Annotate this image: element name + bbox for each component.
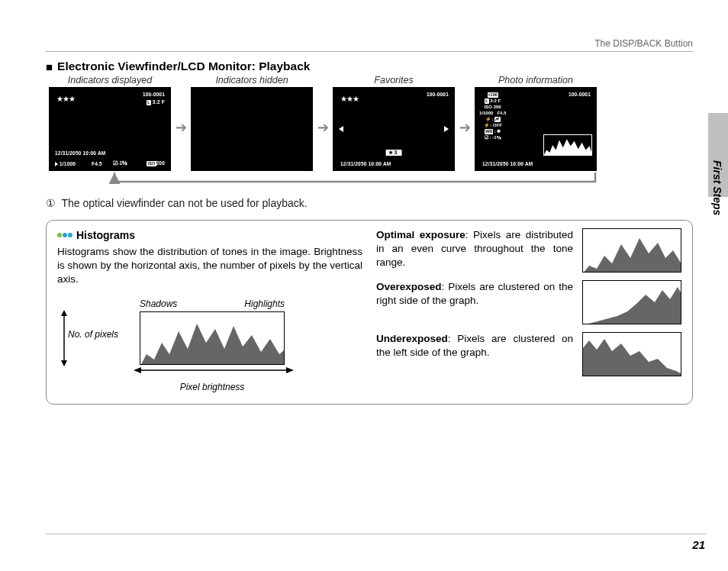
histogram-underexposed	[582, 332, 681, 376]
histogram-overexposed	[582, 280, 681, 324]
histogram-main	[140, 311, 285, 365]
size-ratio: L 3:2 F	[147, 99, 165, 105]
exposure-optimal: Optimal exposure: Pixels are distributed…	[376, 228, 681, 273]
mode-label: Indicators displayed	[49, 75, 171, 85]
svg-marker-2	[61, 310, 67, 316]
info-bar: 12/31/2050 10:00 AM	[336, 159, 452, 168]
screen-indicators-displayed: ★★★ 100-0001 L 3:2 F 12/31/2050 10:00 AM…	[49, 87, 171, 171]
screen-indicators-hidden	[191, 87, 313, 171]
nav-right-icon	[444, 126, 449, 132]
frame-number: 100-0001	[569, 92, 591, 97]
histograms-heading: Histograms	[57, 228, 362, 243]
svg-marker-9	[583, 287, 681, 324]
svg-marker-8	[583, 238, 681, 273]
svg-marker-3	[61, 360, 67, 366]
svg-marker-0	[544, 139, 591, 155]
section-title-text: Electronic Viewfinder/LCD Monitor: Playb…	[57, 60, 310, 73]
arrow-right-icon: ➔	[313, 75, 333, 136]
playback-note: ① The optical viewfinder can not be used…	[46, 197, 693, 209]
frame-number: 100-0001	[427, 92, 449, 97]
heading-bullets-icon	[57, 233, 72, 237]
mode-label: Favorites	[333, 75, 455, 85]
arrow-right-icon: ➔	[171, 75, 191, 136]
y-axis-arrow-icon	[59, 310, 69, 366]
histograms-intro: Histograms show the distribution of tone…	[57, 245, 362, 287]
rating-stars: ★★★	[56, 95, 75, 103]
svg-marker-7	[286, 367, 294, 373]
screen-favorites: ★★★ 100-0001 ★ 3 12/31/2050 10:00 AM	[333, 87, 455, 171]
nav-left-icon	[339, 126, 343, 132]
exposure-over: Overexposed: Pixels are clustered on the…	[376, 280, 681, 324]
svg-marker-4	[140, 324, 285, 365]
page-number: 21	[692, 538, 705, 551]
favorites-badge: ★ 3	[386, 150, 402, 156]
svg-marker-6	[134, 367, 141, 373]
shadows-label: Shadows	[140, 298, 177, 310]
frame-number: 100-0001	[143, 92, 165, 97]
square-bullet-icon: ■	[46, 60, 53, 73]
mini-histogram	[543, 134, 592, 156]
info-bar: 12/31/2050 10:00 AM	[478, 159, 594, 168]
exposure-under: Underexposed: Pixels are clustered on th…	[376, 332, 681, 376]
datetime: 12/31/2050 10:00 AM	[55, 150, 105, 156]
running-head: The DISP/BACK Buttion	[46, 38, 693, 52]
histograms-callout: Histograms Histograms show the distribut…	[46, 220, 693, 405]
section-title: ■ Electronic Viewfinder/LCD Monitor: Pla…	[46, 60, 693, 73]
highlights-label: Highlights	[244, 298, 285, 310]
mode-label: Indicators hidden	[191, 75, 313, 85]
footer-rule	[46, 534, 707, 534]
arrow-right-icon: ➔	[455, 75, 475, 136]
caution-icon: ①	[46, 197, 56, 209]
histogram-diagram: No. of pixels Shadows Highlights	[57, 298, 362, 394]
playback-modes-row: Indicators displayed ★★★ 100-0001 L 3:2 …	[46, 75, 693, 171]
section-side-label: First Steps	[711, 160, 723, 215]
screen-photo-info: 100-0001 ±100 L 3:2 F ISO 200 1/1000 F4.…	[475, 87, 597, 171]
rating-stars: ★★★	[340, 95, 359, 103]
mode-label: Photo information	[475, 75, 597, 85]
x-axis-arrow-icon	[134, 365, 294, 376]
loopback-arrow	[46, 173, 693, 186]
photo-info-list: ±100 L 3:2 F ISO 200 1/1000 F4.5 ⚡ : 🗲 ⚡…	[479, 92, 506, 140]
histogram-optimal	[582, 228, 681, 273]
info-bar: 1/1000 F4.5 ☑-1⅔ ISO200	[52, 159, 168, 168]
x-axis-label: Pixel brightness	[140, 381, 285, 393]
svg-marker-10	[583, 339, 681, 376]
play-icon	[55, 162, 58, 166]
